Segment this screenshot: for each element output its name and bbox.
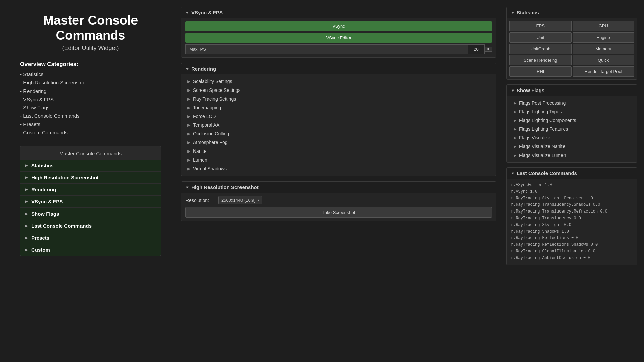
maxfps-spinner[interactable]: ⬍ xyxy=(485,47,492,52)
render-arrow-icon: ▶ xyxy=(187,132,190,136)
stat-button[interactable]: Memory xyxy=(573,44,635,54)
rendering-triangle-icon: ▼ xyxy=(185,67,189,71)
nav-arrow-icon: ▶ xyxy=(25,248,28,252)
rendering-item[interactable]: ▶Tonemapping xyxy=(183,103,495,112)
left-panel: Master Console Commands (Editor Utility … xyxy=(0,0,174,362)
flag-item[interactable]: ▶Flags Post Processing xyxy=(510,99,634,107)
nav-item[interactable]: ▶High Resolution Screenshot xyxy=(20,172,161,184)
rendering-item[interactable]: ▶Scalability Settings xyxy=(183,77,495,86)
nav-arrow-icon: ▶ xyxy=(25,163,28,168)
stat-button[interactable]: RHI xyxy=(509,66,572,77)
take-screenshot-button[interactable]: Take Screenshot xyxy=(185,207,492,218)
vsync-editor-button[interactable]: VSync Editor xyxy=(185,33,492,43)
rendering-item-label: Temporal AA xyxy=(193,122,219,128)
rendering-item-label: Nanite xyxy=(193,148,206,154)
console-command: r.VSyncEditor 1.0 xyxy=(511,182,633,189)
maxfps-value[interactable]: 20 xyxy=(468,44,485,54)
rendering-item-label: Virtual Shadows xyxy=(193,166,227,171)
nav-item[interactable]: ▶VSync & FPS xyxy=(20,196,161,208)
flag-arrow-icon: ▶ xyxy=(514,144,516,149)
main-title: Master Console Commands xyxy=(20,13,161,43)
rendering-content: ▶Scalability Settings▶Screen Space Setti… xyxy=(181,74,496,176)
flag-item-label: Flags Visualize Lumen xyxy=(519,153,566,158)
rendering-item[interactable]: ▶Atmosphere Fog xyxy=(183,138,495,147)
rendering-item[interactable]: ▶Virtual Shadows xyxy=(183,164,495,173)
nav-item-label: VSync & FPS xyxy=(31,199,63,204)
rendering-item-label: Atmosphere Fog xyxy=(193,140,228,145)
rendering-item-label: Ray Tracing Settings xyxy=(193,96,236,102)
nav-item[interactable]: ▶Last Console Commands xyxy=(20,220,161,232)
rendering-item[interactable]: ▶Ray Tracing Settings xyxy=(183,95,495,103)
nav-item-label: Presets xyxy=(31,235,49,241)
statistics-triangle-icon: ▼ xyxy=(511,11,515,15)
resolution-value: 2560x1440 (16:9) xyxy=(221,198,256,203)
rendering-item-label: Occlusion Culling xyxy=(193,131,229,136)
flag-item[interactable]: ▶Flags Lighting Types xyxy=(510,107,634,116)
rendering-item[interactable]: ▶Screen Space Settings xyxy=(183,86,495,95)
console-triangle-icon: ▼ xyxy=(511,171,515,175)
nav-arrow-icon: ▶ xyxy=(25,224,28,228)
stat-button[interactable]: UnitGraph xyxy=(509,44,572,54)
render-arrow-icon: ▶ xyxy=(187,88,190,93)
stat-button[interactable]: Unit xyxy=(509,32,572,43)
vsync-title: VSync & FPS xyxy=(191,10,223,15)
nav-item[interactable]: ▶Presets xyxy=(20,232,161,244)
nav-item[interactable]: ▶Statistics xyxy=(20,160,161,172)
console-title: Last Console Commands xyxy=(517,170,577,176)
rendering-item[interactable]: ▶Force LOD xyxy=(183,112,495,121)
overview-item: - Statistics xyxy=(20,70,161,79)
hires-content: Resolution: 2560x1440 (16:9) ▾ Take Scre… xyxy=(181,193,496,221)
flag-item[interactable]: ▶Flags Lighting Features xyxy=(510,125,634,133)
statistics-title: Statistics xyxy=(517,10,539,15)
flag-item[interactable]: ▶Flags Visualize xyxy=(510,133,634,142)
flag-item[interactable]: ▶Flags Lighting Components xyxy=(510,116,634,125)
nav-item[interactable]: ▶Custom xyxy=(20,244,161,256)
nav-item-label: Rendering xyxy=(31,187,56,192)
resolution-select[interactable]: 2560x1440 (16:9) ▾ xyxy=(218,196,262,204)
render-arrow-icon: ▶ xyxy=(187,114,190,119)
render-arrow-icon: ▶ xyxy=(187,167,190,171)
flag-arrow-icon: ▶ xyxy=(514,127,516,131)
console-section: ▼ Last Console Commands r.VSyncEditor 1.… xyxy=(506,167,637,265)
vsync-triangle-icon: ▼ xyxy=(185,11,189,15)
stat-button[interactable]: Quick xyxy=(573,55,635,65)
render-arrow-icon: ▶ xyxy=(187,158,190,162)
stat-button[interactable]: Scene Rendering xyxy=(509,55,572,65)
flag-item-label: Flags Post Processing xyxy=(519,100,566,106)
statistics-grid: FPSGPUUnitEngineUnitGraphMemoryScene Ren… xyxy=(507,18,637,79)
rendering-item[interactable]: ▶Lumen xyxy=(183,156,495,164)
hires-triangle-icon: ▼ xyxy=(185,185,189,189)
flag-item[interactable]: ▶Flags Visualize Lumen xyxy=(510,151,634,160)
nav-arrow-icon: ▶ xyxy=(25,187,28,192)
render-arrow-icon: ▶ xyxy=(187,97,190,101)
rendering-item[interactable]: ▶Nanite xyxy=(183,147,495,156)
overview-item: - VSync & FPS xyxy=(20,96,161,104)
stat-button[interactable]: FPS xyxy=(509,21,572,31)
console-header: ▼ Last Console Commands xyxy=(507,168,637,179)
nav-arrow-icon: ▶ xyxy=(25,236,28,240)
show-flags-section: ▼ Show Flags ▶Flags Post Processing▶Flag… xyxy=(506,84,637,163)
stat-button[interactable]: GPU xyxy=(573,21,635,31)
overview-item: - Custom Commands xyxy=(20,129,161,137)
console-command: r.RayTracing.Reflections.Shadows 0.0 xyxy=(511,242,633,248)
console-command: r.RayTracing.GlobalIllumination 0.0 xyxy=(511,248,633,255)
flag-item-label: Flags Visualize xyxy=(519,135,550,140)
stat-button[interactable]: Render Target Pool xyxy=(573,66,635,77)
stat-button[interactable]: Engine xyxy=(573,32,635,43)
rendering-item[interactable]: ▶Temporal AA xyxy=(183,121,495,129)
console-command: r.RayTracing.Translucency.Refraction 0.0 xyxy=(511,208,633,215)
vsync-content: VSync VSync Editor MaxFPS 20 ⬍ xyxy=(181,18,496,57)
flag-item[interactable]: ▶Flags Visualize Nanite xyxy=(510,142,634,151)
rendering-item[interactable]: ▶Occlusion Culling xyxy=(183,129,495,138)
flag-arrow-icon: ▶ xyxy=(514,110,516,114)
flag-item-label: Flags Lighting Components xyxy=(519,118,576,123)
overview-list: - Statistics- High Resolution Screenshot… xyxy=(20,70,161,137)
overview-item: - Rendering xyxy=(20,87,161,96)
vsync-button[interactable]: VSync xyxy=(185,21,492,31)
vsync-section: ▼ VSync & FPS VSync VSync Editor MaxFPS … xyxy=(181,7,496,58)
nav-item[interactable]: ▶Rendering xyxy=(20,184,161,196)
overview-item: - High Resolution Screenshot xyxy=(20,79,161,87)
nav-item[interactable]: ▶Show Flags xyxy=(20,208,161,220)
console-command: r.RayTracing.Translucency 0.0 xyxy=(511,215,633,222)
flag-arrow-icon: ▶ xyxy=(514,101,516,105)
